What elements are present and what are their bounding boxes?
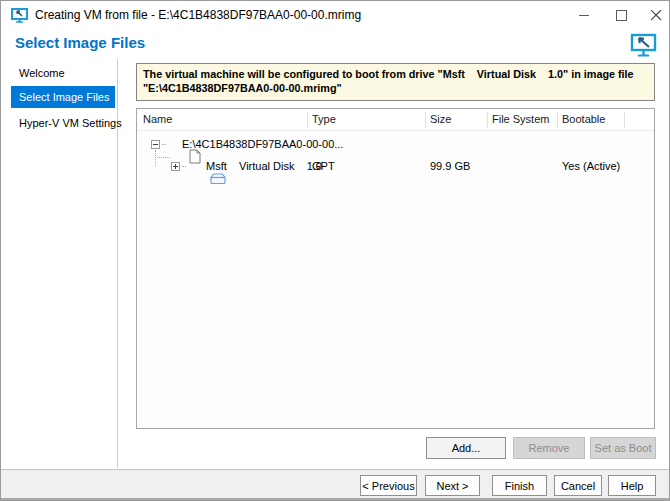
column-header-name[interactable]: Name — [143, 113, 172, 125]
close-icon — [651, 10, 662, 21]
row-bootable: Yes (Active) — [562, 160, 620, 172]
window-title: Creating VM from file - E:\4C1B4838DF97B… — [35, 8, 361, 22]
minimize-icon — [579, 10, 590, 21]
minimize-button[interactable] — [567, 1, 601, 29]
column-header-type[interactable]: Type — [312, 113, 336, 125]
column-divider — [425, 112, 426, 128]
vm-monitor-icon — [11, 8, 28, 23]
table-row-image-file[interactable]: E:\4C1B4838DF97BAA0-00-00... — [137, 135, 654, 155]
cancel-button[interactable]: Cancel — [554, 475, 602, 496]
close-button[interactable] — [639, 1, 670, 29]
remove-button[interactable]: Remove — [513, 437, 585, 459]
finish-button[interactable]: Finish — [492, 475, 547, 496]
help-button[interactable]: Help — [608, 475, 656, 496]
row-name: Msft Virtual Disk 1.0 — [206, 160, 322, 172]
expand-expander-icon[interactable] — [171, 162, 180, 171]
wizard-window: Creating VM from file - E:\4C1B4838DF97B… — [0, 0, 670, 501]
column-header-size[interactable]: Size — [430, 113, 451, 125]
maximize-icon — [616, 10, 627, 21]
column-divider — [557, 112, 558, 128]
boot-info-box: The virtual machine will be configured t… — [136, 63, 655, 101]
boot-info-line-2: "E:\4C1B4838DF97BAA0-00-00.mrimg" — [143, 81, 648, 95]
table-header: Name Type Size File System Bootable — [137, 109, 654, 131]
maximize-button[interactable] — [604, 1, 638, 29]
row-size: 99.9 GB — [430, 160, 470, 172]
sidebar-item-welcome[interactable]: Welcome — [11, 62, 115, 84]
image-files-table: Name Type Size File System Bootable E:\4… — [136, 108, 655, 429]
row-type: GPT — [312, 160, 335, 172]
row-name: E:\4C1B4838DF97BAA0-00-00... — [182, 138, 343, 150]
page-title: Select Image Files — [15, 34, 145, 51]
previous-button[interactable]: < Previous — [360, 475, 417, 496]
column-divider — [624, 112, 625, 128]
set-as-boot-button[interactable]: Set as Boot — [590, 437, 656, 459]
sidebar-item-select-image-files[interactable]: Select Image Files — [11, 86, 115, 108]
column-divider — [487, 112, 488, 128]
boot-info-line-1: The virtual machine will be configured t… — [143, 67, 648, 81]
next-button[interactable]: Next > — [425, 475, 480, 496]
table-row-disk[interactable]: Msft Virtual Disk 1.0 GPT 99.9 GB Yes (A… — [137, 157, 654, 177]
column-divider — [307, 112, 308, 128]
column-header-bootable[interactable]: Bootable — [562, 113, 605, 125]
sidebar-item-hyperv-vm-settings[interactable]: Hyper-V VM Settings — [11, 112, 115, 134]
viboot-monitor-icon — [630, 33, 657, 57]
collapse-expander-icon[interactable] — [151, 140, 160, 149]
column-header-file-system[interactable]: File System — [492, 113, 549, 125]
add-button[interactable]: Add... — [426, 437, 506, 459]
titlebar: Creating VM from file - E:\4C1B4838DF97B… — [1, 1, 669, 29]
